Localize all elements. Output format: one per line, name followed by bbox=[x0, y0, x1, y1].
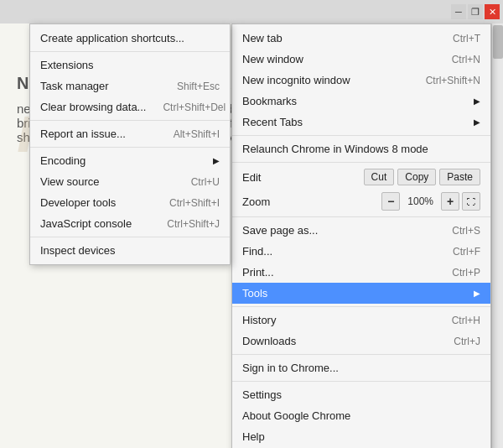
menu-item-label: Print... bbox=[242, 266, 435, 279]
tools-menu-label: View source bbox=[40, 175, 174, 188]
menu-shortcut: Ctrl+J bbox=[454, 336, 480, 347]
browser-window: ─ ❐ ✕ moo NG ONLINE SHOPPING EASIER AND … bbox=[0, 0, 503, 448]
tools-menu-item-javascript-console[interactable]: JavaScript consoleCtrl+Shift+J bbox=[30, 213, 230, 234]
menu-separator bbox=[232, 216, 490, 217]
menu-item-bookmarks[interactable]: Bookmarks▶ bbox=[232, 91, 490, 112]
cut-button[interactable]: Cut bbox=[364, 169, 395, 185]
menu-item-label: New incognito window bbox=[242, 74, 409, 86]
tools-shortcut: Alt+Shift+I bbox=[174, 128, 220, 140]
menu-item-label: Find... bbox=[242, 245, 436, 258]
menu-item-sign-in[interactable]: Sign in to Chrome... bbox=[232, 357, 490, 378]
menu-item-new-window[interactable]: New windowCtrl+N bbox=[232, 49, 490, 70]
menu-separator bbox=[232, 162, 490, 163]
menu-separator bbox=[232, 306, 490, 307]
menu-shortcut: Ctrl+Shift+N bbox=[426, 75, 480, 86]
tools-menu-label: Extensions bbox=[40, 59, 220, 71]
menu-shortcut: Ctrl+S bbox=[452, 225, 480, 237]
tools-menu-label: Developer tools bbox=[40, 196, 153, 209]
tools-shortcut: Ctrl+Shift+Del bbox=[163, 102, 226, 113]
tools-submenu: Create application shortcuts...Extension… bbox=[29, 23, 231, 265]
menu-item-label: Help bbox=[242, 430, 480, 443]
tools-menu-item-inspect-devices[interactable]: Inspect devices bbox=[30, 240, 230, 261]
menu-item-label: New window bbox=[242, 53, 435, 65]
minimize-button[interactable]: ─ bbox=[451, 4, 466, 19]
menu-item-save-page[interactable]: Save page as...Ctrl+S bbox=[232, 220, 490, 241]
menu-shortcut: Ctrl+N bbox=[452, 54, 480, 65]
tools-menu-label: Report an issue... bbox=[40, 128, 157, 140]
menu-item-downloads[interactable]: DownloadsCtrl+J bbox=[232, 331, 490, 352]
menu-item-label: Downloads bbox=[242, 335, 437, 347]
edit-row: Edit Cut Copy Paste bbox=[232, 165, 490, 189]
tools-shortcut: Ctrl+U bbox=[191, 176, 220, 188]
scrollbar[interactable] bbox=[491, 23, 503, 448]
tools-shortcut: Ctrl+Shift+J bbox=[167, 218, 220, 230]
zoom-row: Zoom − 100% + ⛶ bbox=[232, 189, 490, 214]
menu-separator bbox=[232, 354, 490, 355]
edit-label: Edit bbox=[242, 171, 360, 184]
menu-item-label: Relaunch Chrome in Windows 8 mode bbox=[242, 143, 480, 155]
submenu-arrow: ▶ bbox=[474, 289, 480, 298]
tools-menu-item-encoding[interactable]: Encoding▶ bbox=[30, 150, 230, 171]
menu-item-about[interactable]: About Google Chrome bbox=[232, 405, 490, 426]
menu-item-relaunch[interactable]: Relaunch Chrome in Windows 8 mode bbox=[232, 138, 490, 159]
tools-menu-label: Clear browsing data... bbox=[40, 101, 146, 113]
zoom-label: Zoom bbox=[242, 195, 378, 208]
menu-item-new-incognito[interactable]: New incognito windowCtrl+Shift+N bbox=[232, 70, 490, 91]
zoom-fullscreen-button[interactable]: ⛶ bbox=[462, 192, 480, 211]
copy-button[interactable]: Copy bbox=[397, 169, 436, 185]
menu-item-history[interactable]: HistoryCtrl+H bbox=[232, 310, 490, 331]
zoom-controls: − 100% + ⛶ bbox=[381, 192, 480, 211]
window-controls: ─ ❐ ✕ bbox=[451, 4, 500, 19]
menu-item-settings[interactable]: Settings bbox=[232, 384, 490, 405]
menu-item-label: Bookmarks bbox=[242, 95, 467, 107]
menu-item-label: Settings bbox=[242, 388, 480, 401]
zoom-value: 100% bbox=[402, 195, 438, 207]
menu-shortcut: Ctrl+H bbox=[452, 315, 480, 326]
tools-menu-item-extensions[interactable]: Extensions bbox=[30, 55, 230, 76]
menu-item-label: Recent Tabs bbox=[242, 116, 467, 128]
title-bar: ─ ❐ ✕ bbox=[0, 0, 503, 23]
tools-menu-item-developer-tools[interactable]: Developer toolsCtrl+Shift+I bbox=[30, 192, 230, 213]
submenu-arrow: ▶ bbox=[213, 156, 220, 165]
tools-menu-item-view-source[interactable]: View sourceCtrl+U bbox=[30, 171, 230, 192]
tools-menu-item-clear-browsing[interactable]: Clear browsing data...Ctrl+Shift+Del bbox=[30, 96, 230, 117]
menu-item-find[interactable]: Find...Ctrl+F bbox=[232, 241, 490, 262]
menu-item-tools[interactable]: Tools▶ bbox=[232, 283, 490, 304]
tools-menu-label: Inspect devices bbox=[40, 244, 220, 257]
menu-item-label: Sign in to Chrome... bbox=[242, 362, 480, 374]
tools-menu-item-task-manager[interactable]: Task managerShift+Esc bbox=[30, 76, 230, 96]
tools-menu-label: Create application shortcuts... bbox=[40, 32, 220, 44]
tools-shortcut: Shift+Esc bbox=[177, 81, 220, 92]
menu-item-label: Tools bbox=[242, 287, 467, 300]
menu-item-print[interactable]: Print...Ctrl+P bbox=[232, 262, 490, 283]
menu-item-recent-tabs[interactable]: Recent Tabs▶ bbox=[232, 112, 490, 133]
menu-item-new-tab[interactable]: New tabCtrl+T bbox=[232, 28, 490, 49]
menu-item-label: Save page as... bbox=[242, 224, 435, 237]
submenu-separator bbox=[30, 237, 230, 237]
submenu-separator bbox=[30, 120, 230, 121]
menu-item-label: History bbox=[242, 314, 435, 326]
submenu-separator bbox=[30, 51, 230, 52]
tools-menu-label: JavaScript console bbox=[40, 217, 150, 230]
tools-menu-item-report-issue[interactable]: Report an issue...Alt+Shift+I bbox=[30, 123, 230, 144]
close-button[interactable]: ✕ bbox=[485, 4, 500, 19]
tools-menu-item-create-app-shortcuts[interactable]: Create application shortcuts... bbox=[30, 28, 230, 49]
scrollbar-thumb[interactable] bbox=[493, 25, 503, 59]
menu-item-label: About Google Chrome bbox=[242, 409, 480, 422]
paste-button[interactable]: Paste bbox=[439, 169, 480, 185]
submenu-arrow: ▶ bbox=[474, 117, 480, 127]
menu-shortcut: Ctrl+F bbox=[453, 246, 480, 258]
tools-shortcut: Ctrl+Shift+I bbox=[169, 197, 220, 209]
menu-separator bbox=[232, 381, 490, 382]
zoom-plus-button[interactable]: + bbox=[441, 192, 459, 211]
menu-item-help[interactable]: Help bbox=[232, 426, 490, 447]
tools-menu-label: Task manager bbox=[40, 80, 160, 92]
chrome-menu: New tabCtrl+TNew windowCtrl+NNew incogni… bbox=[231, 23, 491, 448]
tools-menu-label: Encoding bbox=[40, 154, 206, 167]
submenu-separator bbox=[30, 147, 230, 148]
zoom-minus-button[interactable]: − bbox=[381, 192, 400, 211]
menu-shortcut: Ctrl+T bbox=[453, 33, 480, 44]
submenu-arrow: ▶ bbox=[474, 96, 480, 106]
menu-item-label: New tab bbox=[242, 32, 436, 44]
maximize-button[interactable]: ❐ bbox=[468, 4, 483, 19]
